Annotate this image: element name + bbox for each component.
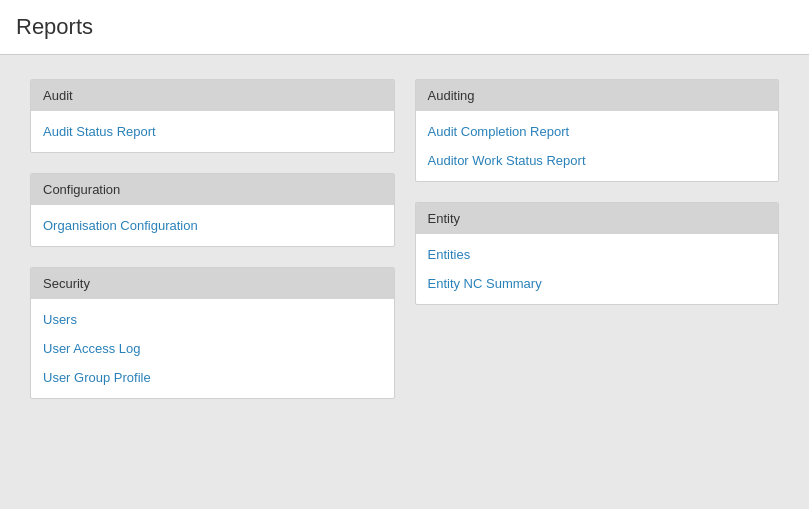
entity-section: Entity Entities Entity NC Summary [415, 202, 780, 305]
audit-section-header: Audit [31, 80, 394, 111]
security-section: Security Users User Access Log User Grou… [30, 267, 395, 399]
entity-nc-summary-link[interactable]: Entity NC Summary [416, 269, 779, 298]
page-title: Reports [16, 14, 793, 40]
security-section-header: Security [31, 268, 394, 299]
configuration-section-header: Configuration [31, 174, 394, 205]
audit-completion-report-link[interactable]: Audit Completion Report [416, 117, 779, 146]
auditing-section: Auditing Audit Completion Report Auditor… [415, 79, 780, 182]
user-group-profile-link[interactable]: User Group Profile [31, 363, 394, 392]
left-column: Audit Audit Status Report Configuration … [30, 79, 395, 399]
organisation-configuration-link[interactable]: Organisation Configuration [31, 211, 394, 240]
main-content: Audit Audit Status Report Configuration … [0, 55, 809, 509]
auditing-section-header: Auditing [416, 80, 779, 111]
security-section-links: Users User Access Log User Group Profile [31, 299, 394, 398]
auditing-section-links: Audit Completion Report Auditor Work Sta… [416, 111, 779, 181]
entity-section-links: Entities Entity NC Summary [416, 234, 779, 304]
users-link[interactable]: Users [31, 305, 394, 334]
configuration-section-links: Organisation Configuration [31, 205, 394, 246]
audit-section: Audit Audit Status Report [30, 79, 395, 153]
page-header: Reports [0, 0, 809, 55]
entity-section-header: Entity [416, 203, 779, 234]
audit-status-report-link[interactable]: Audit Status Report [31, 117, 394, 146]
configuration-section: Configuration Organisation Configuration [30, 173, 395, 247]
auditor-work-status-report-link[interactable]: Auditor Work Status Report [416, 146, 779, 175]
audit-section-links: Audit Status Report [31, 111, 394, 152]
user-access-log-link[interactable]: User Access Log [31, 334, 394, 363]
right-column: Auditing Audit Completion Report Auditor… [415, 79, 780, 399]
entities-link[interactable]: Entities [416, 240, 779, 269]
